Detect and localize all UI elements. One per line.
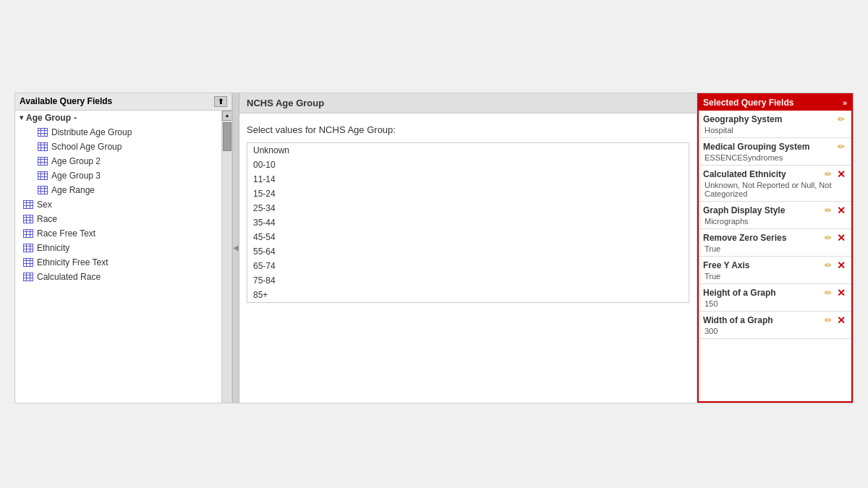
query-field-top: Geography System ✏ xyxy=(703,114,847,125)
query-field-top: Calculated Ethnicity ✏ ✕ xyxy=(703,168,847,180)
tree-item-age-group-2[interactable]: Age Group 2 xyxy=(15,154,221,168)
field-value-width-graph: 300 xyxy=(703,327,847,335)
query-field-height-graph: Height of a Graph ✏ ✕ 150 xyxy=(699,284,851,312)
delete-width-graph-btn[interactable]: ✕ xyxy=(835,314,847,326)
scroll-thumb[interactable] xyxy=(223,122,231,151)
field-actions: ✏ xyxy=(835,114,847,125)
value-35-44[interactable]: 35-44 xyxy=(247,215,689,230)
edit-icon: ✏ xyxy=(825,169,832,179)
age-group-arrow: ▾ xyxy=(20,114,23,121)
value-25-34[interactable]: 25-34 xyxy=(247,201,689,215)
edit-graph-display-btn[interactable]: ✏ xyxy=(822,205,834,216)
delete-icon: ✕ xyxy=(837,287,846,299)
delete-graph-display-btn[interactable]: ✕ xyxy=(835,205,847,216)
age-group-label: Age Group xyxy=(26,113,71,123)
collapse-left-panel-btn[interactable]: ⬆ xyxy=(214,96,227,107)
query-field-top: Free Y Axis ✏ ✕ xyxy=(703,260,847,271)
edit-icon: ✏ xyxy=(838,142,845,152)
select-values-label: Select values for NCHS Age Group: xyxy=(247,124,689,135)
value-unknown[interactable]: Unknown xyxy=(247,143,689,158)
grid-icon-ag3 xyxy=(37,171,48,181)
query-field-top: Graph Display Style ✏ ✕ xyxy=(703,205,847,216)
field-name-medical: Medical Grouping System xyxy=(703,142,809,152)
tree-item-ethnicity-free-text[interactable]: Ethnicity Free Text xyxy=(15,255,221,270)
age-group-dash: - xyxy=(74,113,77,123)
delete-remove-zero-btn[interactable]: ✕ xyxy=(835,232,847,244)
field-name-free-y: Free Y Axis xyxy=(703,260,750,270)
item-label: Race Free Text xyxy=(37,228,95,239)
field-name-ethnicity: Calculated Ethnicity xyxy=(703,169,786,179)
collapse-right-panel-btn[interactable]: » xyxy=(843,98,847,107)
grid-icon-sex xyxy=(22,200,34,210)
value-85plus[interactable]: 85+ xyxy=(247,288,689,302)
edit-icon: ✏ xyxy=(825,233,832,243)
panel-divider[interactable]: ◀ xyxy=(232,93,239,403)
right-panel-content: Geography System ✏ Hospital Medical Grou… xyxy=(699,111,851,401)
left-panel: Available Query Fields ⬆ ▾ Age Group - D… xyxy=(15,93,232,403)
left-panel-header: Available Query Fields ⬆ xyxy=(15,93,231,111)
value-55-64[interactable]: 55-64 xyxy=(247,244,689,259)
field-actions: ✏ ✕ xyxy=(822,314,847,326)
values-list: Unknown 00-10 11-14 15-24 25-34 35-44 45… xyxy=(247,142,689,303)
grid-icon-ag2 xyxy=(37,156,48,166)
tree-item-ethnicity[interactable]: Ethnicity xyxy=(15,241,221,255)
scroll-up-btn[interactable]: ▴ xyxy=(222,111,232,121)
field-actions: ✏ xyxy=(835,141,847,153)
item-label: Ethnicity xyxy=(37,243,69,253)
edit-free-y-btn[interactable]: ✏ xyxy=(822,260,834,271)
tree-item-calculated-race[interactable]: Calculated Race xyxy=(15,270,221,284)
delete-free-y-btn[interactable]: ✕ xyxy=(835,260,847,271)
value-65-74[interactable]: 65-74 xyxy=(247,259,689,273)
item-label: Age Group 3 xyxy=(51,171,101,181)
grid-icon-calc-race xyxy=(22,272,34,282)
delete-ethnicity-btn[interactable]: ✕ xyxy=(835,168,847,180)
value-45-54[interactable]: 45-54 xyxy=(247,230,689,244)
field-actions: ✏ ✕ xyxy=(822,260,847,271)
tree-item-age-group-3[interactable]: Age Group 3 xyxy=(15,168,221,183)
delete-height-graph-btn[interactable]: ✕ xyxy=(835,287,847,299)
age-group-parent[interactable]: ▾ Age Group - xyxy=(15,111,221,125)
delete-icon: ✕ xyxy=(837,232,846,244)
item-label: Age Group 2 xyxy=(51,156,101,166)
tree-item-distribute-age-group[interactable]: Distribute Age Group xyxy=(15,125,221,140)
field-value-free-y: True xyxy=(703,272,847,281)
tree-item-race-free-text[interactable]: Race Free Text xyxy=(15,226,221,241)
item-label: School Age Group xyxy=(51,142,122,152)
item-label: Distribute Age Group xyxy=(51,127,132,137)
divider-arrow: ◀ xyxy=(233,244,239,252)
query-field-remove-zero: Remove Zero Series ✏ ✕ True xyxy=(699,229,851,257)
item-label: Sex xyxy=(37,200,52,210)
query-field-width-graph: Width of a Graph ✏ ✕ 300 xyxy=(699,312,851,339)
field-name-geography: Geography System xyxy=(703,114,782,124)
grid-icon-race-free xyxy=(22,228,34,239)
item-label: Race xyxy=(37,214,57,224)
tree-item-school-age-group[interactable]: School Age Group xyxy=(15,140,221,154)
query-field-calculated-ethnicity: Calculated Ethnicity ✏ ✕ Unknown, Not Re… xyxy=(699,166,851,202)
left-panel-content: ▾ Age Group - Distribute Age Group Schoo… xyxy=(15,111,231,403)
item-label: Ethnicity Free Text xyxy=(37,257,108,267)
field-actions: ✏ ✕ xyxy=(822,232,847,244)
query-field-medical-grouping: Medical Grouping System ✏ ESSENCESyndrom… xyxy=(699,138,851,166)
grid-icon-ethnicity xyxy=(22,243,34,253)
middle-panel: NCHS Age Group Select values for NCHS Ag… xyxy=(239,93,697,403)
value-00-10[interactable]: 00-10 xyxy=(247,158,689,172)
edit-ethnicity-btn[interactable]: ✏ xyxy=(822,168,834,180)
tree-item-race[interactable]: Race xyxy=(15,212,221,226)
value-15-24[interactable]: 15-24 xyxy=(247,187,689,201)
selected-query-fields-title: Selected Query Fields xyxy=(703,98,793,108)
edit-height-graph-btn[interactable]: ✏ xyxy=(822,287,834,299)
main-container: Available Query Fields ⬆ ▾ Age Group - D… xyxy=(14,93,854,403)
field-name-graph-display: Graph Display Style xyxy=(703,205,785,215)
tree-item-sex[interactable]: Sex xyxy=(15,197,221,212)
edit-geography-btn[interactable]: ✏ xyxy=(835,114,847,125)
field-actions: ✏ ✕ xyxy=(822,205,847,216)
query-field-geography-system: Geography System ✏ Hospital xyxy=(699,111,851,138)
value-75-84[interactable]: 75-84 xyxy=(247,273,689,288)
edit-remove-zero-btn[interactable]: ✏ xyxy=(822,232,834,244)
tree-scroll-area[interactable]: ▾ Age Group - Distribute Age Group Schoo… xyxy=(15,111,221,403)
field-value-geography: Hospital xyxy=(703,126,847,134)
tree-item-age-range[interactable]: Age Range xyxy=(15,183,221,197)
value-11-14[interactable]: 11-14 xyxy=(247,172,689,187)
edit-medical-btn[interactable]: ✏ xyxy=(835,141,847,153)
edit-width-graph-btn[interactable]: ✏ xyxy=(822,314,834,326)
